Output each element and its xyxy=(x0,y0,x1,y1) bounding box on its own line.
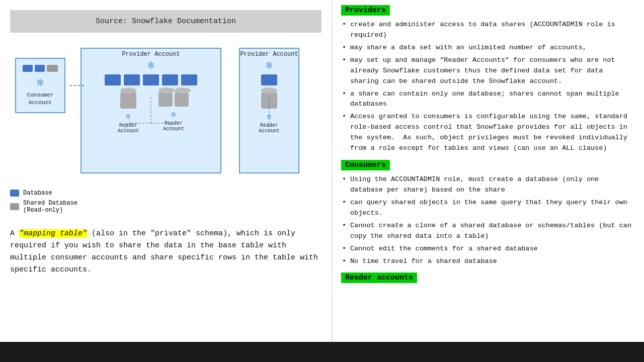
diagram-area: ❄ ConsumerAccount Provider Account ❄ ❄ R… xyxy=(10,43,321,184)
provider-large-snowflake: ❄ xyxy=(82,59,220,72)
consumers-bullet-2: can query shared objects in the same que… xyxy=(341,198,635,219)
source-bar: Source: Snowflake Documentation xyxy=(10,10,321,33)
consumer-account-box: ❄ ConsumerAccount xyxy=(15,58,65,113)
reader-accounts-heading: Reader accounts xyxy=(341,273,417,283)
mapping-table-highlight: "mapping table" xyxy=(19,229,87,238)
prov-db-1 xyxy=(105,74,121,85)
provider-small-label: Provider Account xyxy=(240,49,298,59)
provider-db-row xyxy=(82,74,220,85)
providers-bullet-3: may set up and manage "Reader Accounts" … xyxy=(341,55,635,87)
db-block-1 xyxy=(23,65,33,72)
legend-shared-label: Shared Database (Read-only) xyxy=(23,200,77,214)
reader-cylinder-2a xyxy=(158,90,173,107)
providers-bullet-5: Access granted to consumers is configura… xyxy=(341,112,635,154)
reader-snowflake-1: ❄ xyxy=(126,112,131,122)
providers-list: create and administer access to data sha… xyxy=(341,20,635,154)
reader-snowflake-3: ❄ xyxy=(267,112,272,122)
providers-bullet-4: a share can contain only one database; s… xyxy=(341,89,635,110)
reader-snowflake-2: ❄ xyxy=(171,110,176,120)
reader-row-small: ❄ ReaderAccount xyxy=(240,90,298,134)
reader-box-2: ❄ ReaderAccount xyxy=(153,90,194,134)
reader-cylinder-3 xyxy=(261,90,277,109)
consumer-snowflake-icon: ❄ xyxy=(37,76,43,89)
consumers-list: Using the ACCOUNTADMIN role, must create… xyxy=(341,174,635,266)
consumers-bullet-5: No time travel for a shared database xyxy=(341,256,635,267)
reader-box-3: ❄ ReaderAccount xyxy=(249,90,289,134)
reader-label-2: ReaderAccount xyxy=(163,121,184,132)
prov-db-2 xyxy=(124,74,140,85)
reader-label-3: ReaderAccount xyxy=(259,123,280,134)
source-text: Source: Snowflake Documentation xyxy=(96,17,236,26)
legend-db-icon xyxy=(10,190,19,197)
providers-bullet-1: create and administer access to data sha… xyxy=(341,20,635,41)
legend-shared-icon xyxy=(10,203,19,210)
bottom-bar xyxy=(0,342,644,362)
legend: Database Shared Database (Read-only) xyxy=(10,190,321,214)
bottom-text: A "mapping table" (also in the "private"… xyxy=(10,228,321,276)
db-block-shared xyxy=(47,65,58,72)
provider-box-large: Provider Account ❄ ❄ ReaderAccount xyxy=(80,48,221,173)
providers-heading: Providers xyxy=(341,5,390,16)
prov-db-5 xyxy=(181,74,197,85)
consumers-bullet-1: Using the ACCOUNTADMIN role, must create… xyxy=(341,174,635,196)
legend-database-label: Database xyxy=(23,190,52,197)
consumer-db-icons xyxy=(23,65,58,72)
consumer-account-label: ConsumerAccount xyxy=(27,92,54,106)
prov-db-4 xyxy=(162,74,178,85)
small-prov-db xyxy=(261,74,277,85)
provider-box-small: Provider Account ❄ ❄ ReaderAccount xyxy=(239,48,299,173)
left-panel: Source: Snowflake Documentation ❄ Consum… xyxy=(0,0,332,362)
prov-db-3 xyxy=(143,74,159,85)
provider-small-snowflake: ❄ xyxy=(240,59,298,72)
legend-shared-database: Shared Database (Read-only) xyxy=(10,200,321,214)
consumers-bullet-3: Cannot create a clone of a shared databa… xyxy=(341,221,635,242)
right-panel: Providers create and administer access t… xyxy=(332,0,644,362)
reader-row-large: ❄ ReaderAccount ❄ ReaderAccount xyxy=(82,90,220,134)
reader-label-1: ReaderAccount xyxy=(118,123,139,134)
legend-database: Database xyxy=(10,190,321,197)
reader-box-1: ❄ ReaderAccount xyxy=(108,90,148,134)
provider-large-label: Provider Account xyxy=(82,49,220,59)
reader-cylinder-1 xyxy=(120,90,136,109)
db-block-2 xyxy=(35,65,45,72)
consumers-bullet-4: Cannot edit the comments for a shared da… xyxy=(341,244,635,254)
reader-cylinder-2b xyxy=(175,90,189,107)
providers-bullet-2: may share a data set with an unlimited n… xyxy=(341,43,635,53)
consumers-heading: Consumers xyxy=(341,160,390,170)
